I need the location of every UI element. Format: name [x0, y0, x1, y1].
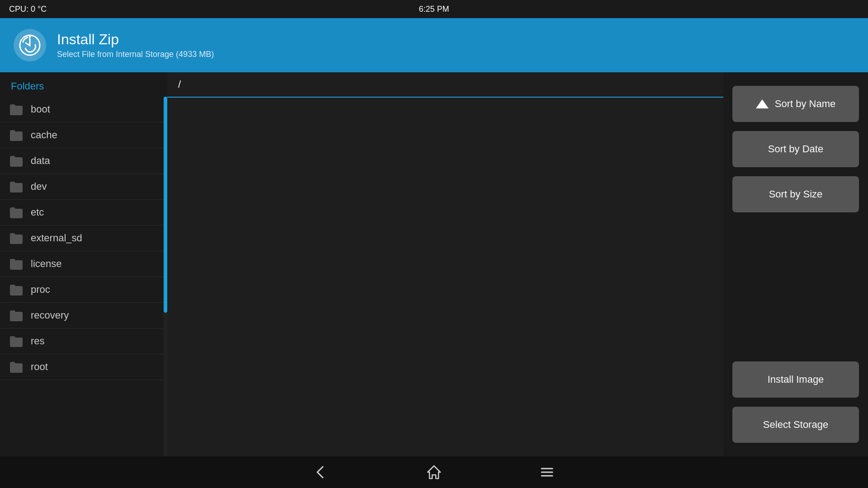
- main-content: Folders boot cache data dev etc external…: [0, 72, 868, 456]
- sort-by-date-button[interactable]: Sort by Date: [732, 131, 859, 167]
- folder-icon: [9, 206, 24, 219]
- page-title: Install Zip: [57, 31, 214, 48]
- status-bar: CPU: 0 °C 6:25 PM: [0, 0, 868, 18]
- folder-name: data: [31, 155, 50, 167]
- list-item[interactable]: cache: [0, 122, 167, 148]
- file-content: [167, 98, 723, 456]
- folder-icon: [9, 129, 24, 141]
- list-item[interactable]: root: [0, 354, 167, 380]
- sidebar: Folders boot cache data dev etc external…: [0, 72, 167, 456]
- folder-list[interactable]: boot cache data dev etc external_sd lice…: [0, 97, 167, 456]
- home-button[interactable]: [423, 461, 445, 483]
- path-bar: /: [167, 72, 723, 98]
- svg-marker-1: [428, 466, 440, 479]
- folder-name: license: [31, 258, 61, 270]
- select-storage-label: Select Storage: [763, 419, 828, 431]
- scrollbar-thumb[interactable]: [164, 97, 167, 313]
- sort-by-date-label: Sort by Date: [768, 143, 823, 155]
- folder-icon: [9, 180, 24, 193]
- sort-by-size-label: Sort by Size: [769, 188, 823, 200]
- app-logo: [14, 29, 46, 61]
- folder-icon: [9, 155, 24, 167]
- scrollbar[interactable]: [164, 97, 167, 456]
- folder-name: etc: [31, 206, 44, 218]
- install-image-button[interactable]: Install Image: [732, 361, 859, 398]
- list-item[interactable]: etc: [0, 200, 167, 225]
- cpu-status: CPU: 0 °C: [9, 5, 47, 14]
- app-header: Install Zip Select File from Internal St…: [0, 18, 868, 72]
- select-storage-button[interactable]: Select Storage: [732, 407, 859, 443]
- list-item[interactable]: external_sd: [0, 225, 167, 251]
- folder-icon: [9, 335, 24, 347]
- install-image-label: Install Image: [768, 374, 824, 385]
- page-subtitle: Select File from Internal Storage (4933 …: [57, 50, 214, 59]
- sort-name-icon: [756, 99, 769, 108]
- folder-name: dev: [31, 181, 47, 192]
- folder-name: boot: [31, 103, 50, 115]
- folder-name: cache: [31, 129, 57, 141]
- folder-icon: [9, 232, 24, 244]
- menu-button[interactable]: [536, 461, 558, 483]
- folder-name: recovery: [31, 310, 69, 321]
- list-item[interactable]: recovery: [0, 303, 167, 328]
- folder-icon: [9, 283, 24, 296]
- folder-name: proc: [31, 284, 50, 296]
- list-item[interactable]: license: [0, 251, 167, 277]
- folder-name: res: [31, 335, 45, 347]
- bottom-nav: [0, 456, 868, 488]
- folder-icon: [9, 309, 24, 322]
- list-item[interactable]: res: [0, 328, 167, 354]
- sort-by-name-label: Sort by Name: [775, 98, 836, 110]
- header-text: Install Zip Select File from Internal St…: [57, 31, 214, 59]
- list-item[interactable]: dev: [0, 174, 167, 200]
- sort-by-name-button[interactable]: Sort by Name: [732, 86, 859, 122]
- back-button[interactable]: [310, 461, 332, 483]
- time-status: 6:25 PM: [419, 5, 449, 14]
- list-item[interactable]: data: [0, 148, 167, 174]
- folder-name: root: [31, 361, 48, 373]
- list-item[interactable]: proc: [0, 277, 167, 303]
- folder-icon: [9, 103, 24, 116]
- folder-icon: [9, 361, 24, 373]
- right-panel: Sort by Name Sort by Date Sort by Size I…: [723, 72, 868, 456]
- sidebar-heading: Folders: [0, 72, 167, 97]
- file-area: /: [167, 72, 723, 456]
- folder-name: external_sd: [31, 232, 82, 244]
- folder-icon: [9, 258, 24, 270]
- sort-by-size-button[interactable]: Sort by Size: [732, 176, 859, 212]
- list-item[interactable]: boot: [0, 97, 167, 122]
